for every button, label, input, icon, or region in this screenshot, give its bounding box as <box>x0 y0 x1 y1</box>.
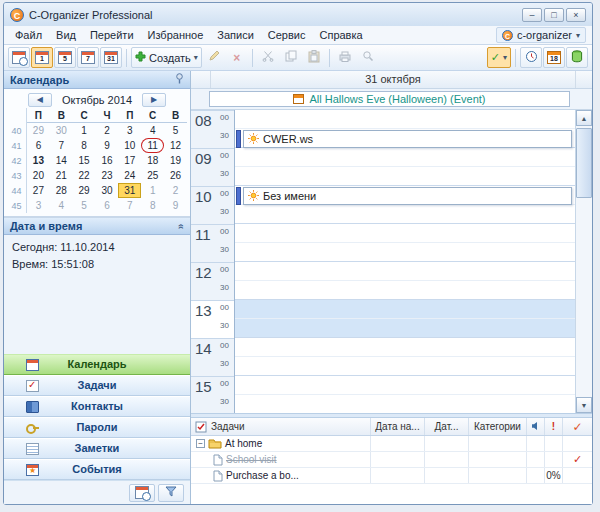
calendar-day[interactable]: 30 <box>50 123 73 138</box>
database-button[interactable] <box>566 47 588 68</box>
time-label-1130[interactable]: 30 <box>191 243 234 262</box>
next-month-button[interactable]: ▶ <box>142 93 166 107</box>
time-label-1430[interactable]: 30 <box>191 357 234 376</box>
calendar-day[interactable]: 8 <box>73 138 96 153</box>
timeslot-1130[interactable] <box>235 243 575 262</box>
time-label-1030[interactable]: 30 <box>191 205 234 224</box>
print-button[interactable] <box>334 47 356 68</box>
time-label-0900[interactable]: 0900 <box>191 148 234 167</box>
time-label-1300[interactable]: 1300 <box>191 300 234 319</box>
calendar-day[interactable]: 1 <box>73 123 96 138</box>
sidebar-item-passwords[interactable]: Пароли <box>4 417 190 438</box>
calendar-day[interactable]: 16 <box>96 153 119 168</box>
timeslot-1300[interactable] <box>235 300 575 319</box>
allday-event[interactable]: All Hallows Eve (Halloween) (Event) <box>209 91 570 107</box>
calendar-day[interactable]: 29 <box>27 123 50 138</box>
event-0[interactable]: CWER.ws <box>235 130 572 148</box>
menu-item-1[interactable]: Вид <box>49 27 83 43</box>
calendar-day[interactable]: 21 <box>50 168 73 183</box>
calendar-day[interactable]: 15 <box>73 153 96 168</box>
calendar-panel-header[interactable]: Календарь <box>4 71 190 89</box>
datetime-panel-header[interactable]: Дата и время » <box>4 217 190 235</box>
col-categories[interactable]: Категории <box>468 418 526 435</box>
timeslot-0930[interactable] <box>235 167 575 186</box>
sidebar-item-events[interactable]: События <box>4 459 190 480</box>
calendar-day[interactable]: 9 <box>164 198 187 213</box>
view-workweek-button[interactable]: 5 <box>54 47 76 68</box>
calendar-day[interactable]: 31 <box>118 183 141 198</box>
calendar-day[interactable]: 20 <box>27 168 50 183</box>
date-navigator-button[interactable] <box>129 484 155 502</box>
edit-button[interactable] <box>203 47 225 68</box>
calendar-day[interactable]: 5 <box>73 198 96 213</box>
task-row-1[interactable]: Purchase a bo...0% <box>191 468 592 484</box>
delete-button[interactable]: × <box>226 47 248 68</box>
expand-toggle[interactable]: − <box>196 439 205 448</box>
day-grid[interactable]: CWER.wsБез имени <box>235 110 575 413</box>
calendar-day[interactable]: 7 <box>50 138 73 153</box>
filter-button[interactable] <box>158 484 184 502</box>
minimize-button[interactable]: – <box>522 8 542 22</box>
scrollbar-thumb[interactable] <box>576 128 592 198</box>
task-group-row[interactable]: −At home <box>191 436 592 452</box>
calendar-day[interactable]: 24 <box>118 168 141 183</box>
calendar-day[interactable]: 2 <box>96 123 119 138</box>
time-label-0800[interactable]: 0800 <box>191 110 234 129</box>
show-tasks-button[interactable]: ✓ ▾ <box>487 47 511 68</box>
goto-date-button[interactable] <box>191 71 211 88</box>
calendar-day[interactable]: 3 <box>118 123 141 138</box>
calendar-day[interactable]: 6 <box>96 198 119 213</box>
calendar-day[interactable]: 9 <box>96 138 119 153</box>
menu-item-6[interactable]: Справка <box>312 27 369 43</box>
timeslot-1100[interactable] <box>235 224 575 243</box>
calendar-day[interactable]: 1 <box>141 183 164 198</box>
scroll-down-button[interactable]: ▼ <box>576 397 592 413</box>
col-priority[interactable]: ! <box>544 418 562 435</box>
calendar-day[interactable]: 17 <box>118 153 141 168</box>
time-label-0930[interactable]: 30 <box>191 167 234 186</box>
time-label-0830[interactable]: 30 <box>191 129 234 148</box>
view-week-button[interactable]: 7 <box>77 47 99 68</box>
calendar-day[interactable]: 11 <box>141 138 164 153</box>
calendar-day[interactable]: 25 <box>141 168 164 183</box>
timeslot-1530[interactable] <box>235 395 575 413</box>
calendar-day[interactable]: 18 <box>141 153 164 168</box>
calendar-day[interactable]: 4 <box>141 123 164 138</box>
tasks-header[interactable]: Задачи <box>191 418 370 435</box>
calendar-day[interactable]: 30 <box>96 183 119 198</box>
timeslot-1430[interactable] <box>235 357 575 376</box>
calendar-day[interactable]: 13 <box>27 153 50 168</box>
search-button[interactable] <box>357 47 379 68</box>
time-label-1500[interactable]: 1500 <box>191 376 234 395</box>
timeslot-1500[interactable] <box>235 376 575 395</box>
holidays-button[interactable]: 18 <box>543 47 565 68</box>
time-label-1230[interactable]: 30 <box>191 281 234 300</box>
calendar-day[interactable]: 23 <box>96 168 119 183</box>
timeslot-0900[interactable] <box>235 148 575 167</box>
time-label-1000[interactable]: 1000 <box>191 186 234 205</box>
calendar-day[interactable]: 4 <box>50 198 73 213</box>
calendar-day[interactable]: 27 <box>27 183 50 198</box>
calendar-day[interactable]: 8 <box>141 198 164 213</box>
timeslot-1400[interactable] <box>235 338 575 357</box>
time-label-1330[interactable]: 30 <box>191 319 234 338</box>
menu-item-4[interactable]: Записи <box>210 27 261 43</box>
calendar-day[interactable]: 28 <box>50 183 73 198</box>
col-due-date[interactable]: Дат... <box>424 418 468 435</box>
scrollbar[interactable]: ▲ ▼ <box>575 110 592 413</box>
calendar-day[interactable]: 10 <box>118 138 141 153</box>
menu-item-2[interactable]: Перейти <box>83 27 141 43</box>
timeslot-1330[interactable] <box>235 319 575 338</box>
sidebar-item-calendar[interactable]: Календарь <box>4 354 190 375</box>
collapse-icon[interactable]: » <box>176 223 187 229</box>
menu-item-0[interactable]: Файл <box>8 27 49 43</box>
calendar-day[interactable]: 22 <box>73 168 96 183</box>
event-1[interactable]: Без имени <box>235 187 572 205</box>
view-month-button[interactable]: 31 <box>100 47 122 68</box>
calendar-day[interactable]: 19 <box>164 153 187 168</box>
prev-month-button[interactable]: ◀ <box>28 93 52 107</box>
calendar-day[interactable]: 12 <box>164 138 187 153</box>
menu-item-3[interactable]: Избранное <box>141 27 211 43</box>
calendar-day[interactable]: 3 <box>27 198 50 213</box>
timeslot-1230[interactable] <box>235 281 575 300</box>
